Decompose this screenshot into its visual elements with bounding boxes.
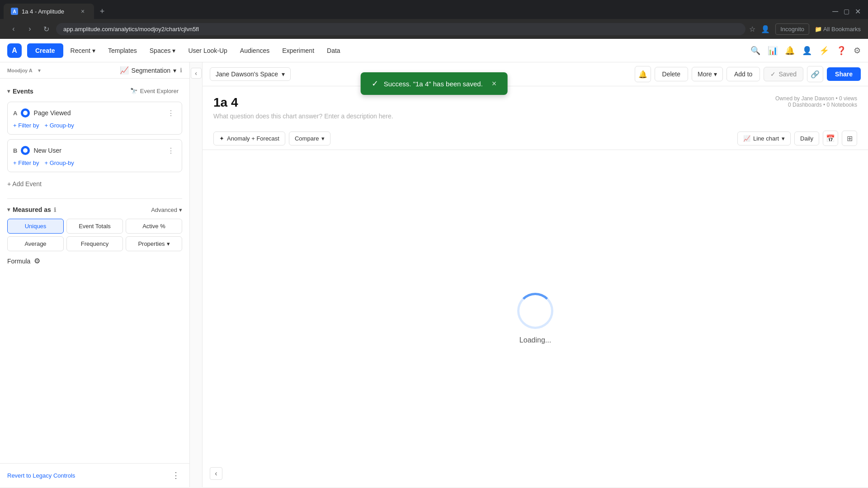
compare-arrow-icon: ▾ bbox=[321, 135, 325, 142]
collapse-sidebar-button[interactable]: ‹ bbox=[191, 68, 202, 79]
nav-icons: 🔍 📊 🔔 👤 ⚡ ❓ ⚙ bbox=[750, 46, 861, 56]
settings-nav-icon[interactable]: ⚙ bbox=[854, 46, 861, 56]
delete-button[interactable]: Delete bbox=[655, 67, 688, 81]
person-nav-icon[interactable]: 👤 bbox=[802, 46, 812, 56]
workspace-arrow[interactable]: ▾ bbox=[38, 67, 41, 74]
more-button[interactable]: More ▾ bbox=[692, 67, 723, 81]
add-to-button[interactable]: Add to bbox=[726, 67, 760, 81]
event-card-a: A Page Viewed ⋮ + Filter by + Group-by bbox=[7, 102, 182, 135]
segmentation-label[interactable]: 📈 Segmentation ▾ bbox=[120, 66, 176, 75]
compare-button[interactable]: Compare ▾ bbox=[289, 131, 330, 145]
close-window-button[interactable]: ✕ bbox=[855, 7, 861, 16]
filter-by-a[interactable]: + Filter by bbox=[13, 122, 39, 129]
average-button[interactable]: Average bbox=[7, 236, 64, 251]
event-explorer-icon: 🔭 bbox=[130, 88, 137, 94]
new-tab-button[interactable]: + bbox=[96, 5, 108, 18]
svg-point-1 bbox=[23, 148, 28, 153]
tab-favicon: A bbox=[11, 8, 18, 15]
active-percent-button[interactable]: Active % bbox=[126, 219, 182, 234]
chart-description[interactable]: What question does this chart answer? En… bbox=[213, 113, 393, 120]
nav-recent[interactable]: Recent ▾ bbox=[65, 43, 101, 58]
space-selector[interactable]: Jane Dawson's Space ▾ bbox=[210, 67, 291, 81]
events-section-title[interactable]: ▾ Events bbox=[7, 88, 33, 95]
bell-icon: 🔔 bbox=[638, 70, 647, 79]
address-bar[interactable] bbox=[56, 23, 745, 35]
event-menu-a[interactable]: ⋮ bbox=[165, 108, 176, 118]
nav-data[interactable]: Data bbox=[321, 43, 346, 58]
segmentation-icon: 📈 bbox=[120, 66, 129, 75]
toast-close-button[interactable]: × bbox=[492, 79, 497, 89]
uniques-button[interactable]: Uniques bbox=[7, 219, 64, 234]
tab-close-button[interactable]: × bbox=[79, 7, 87, 15]
chart-toolbar-left: ✦ Anomaly + Forecast Compare ▾ bbox=[213, 131, 330, 145]
nav-experiment[interactable]: Experiment bbox=[277, 43, 320, 58]
forward-button[interactable]: › bbox=[24, 23, 36, 35]
event-actions-b: + Filter by + Group-by bbox=[13, 160, 176, 166]
refresh-button[interactable]: ↻ bbox=[40, 23, 52, 35]
formula-row[interactable]: Formula ⚙ bbox=[7, 257, 182, 265]
nav-spaces[interactable]: Spaces ▾ bbox=[144, 43, 181, 58]
notification-nav-icon[interactable]: 🔔 bbox=[785, 46, 795, 56]
saved-button[interactable]: ✓ Saved bbox=[764, 67, 803, 81]
browser-chrome: A 1a 4 - Amplitude × + ─ ▢ ✕ ‹ › ↻ ☆ 👤 I… bbox=[0, 0, 868, 39]
event-card-b-header: B New User ⋮ bbox=[13, 145, 176, 156]
sidebar-more-menu[interactable]: ⋮ bbox=[170, 469, 182, 482]
expand-button[interactable]: ⊞ bbox=[842, 131, 857, 146]
link-icon: 🔗 bbox=[811, 70, 820, 79]
group-by-a[interactable]: + Group-by bbox=[44, 122, 74, 129]
alert-button[interactable]: 🔔 bbox=[635, 66, 651, 82]
chart-title[interactable]: 1a 4 bbox=[213, 95, 393, 110]
chart-type-button[interactable]: 📈 Line chart ▾ bbox=[737, 131, 791, 145]
maximize-button[interactable]: ▢ bbox=[844, 8, 849, 15]
measured-info-icon[interactable]: ℹ bbox=[54, 206, 56, 213]
revert-button[interactable]: Revert to Legacy Controls bbox=[7, 472, 75, 479]
bookmark-button[interactable]: ☆ bbox=[749, 25, 755, 33]
minimize-button[interactable]: ─ bbox=[832, 7, 838, 16]
event-card-a-header: A Page Viewed ⋮ bbox=[13, 108, 176, 118]
group-by-b[interactable]: + Group-by bbox=[44, 160, 74, 166]
event-card-b: B New User ⋮ + Filter by + Group-by bbox=[7, 139, 182, 172]
nav-audiences[interactable]: Audiences bbox=[235, 43, 275, 58]
create-button[interactable]: Create bbox=[27, 43, 63, 58]
event-totals-button[interactable]: Event Totals bbox=[66, 219, 123, 234]
analytics-nav-icon[interactable]: 📊 bbox=[768, 46, 778, 56]
frequency-button[interactable]: Frequency bbox=[66, 236, 123, 251]
main-layout: Moodjoy A ▾ 📈 Segmentation ▾ ℹ ▾ Events bbox=[0, 62, 868, 487]
event-name-b: New User bbox=[33, 147, 162, 154]
daily-button[interactable]: Daily bbox=[794, 131, 819, 145]
event-explorer-button[interactable]: 🔭 Event Explorer bbox=[127, 86, 182, 96]
collapse-bottom-button[interactable]: ‹ bbox=[210, 467, 222, 480]
nav-actions: ☆ 👤 Incognito 📁 All Bookmarks bbox=[749, 23, 861, 35]
more-arrow-icon: ▾ bbox=[714, 70, 717, 78]
calendar-button[interactable]: 📅 bbox=[823, 131, 838, 146]
active-tab[interactable]: A 1a 4 - Amplitude × bbox=[4, 4, 94, 19]
measured-title[interactable]: ▾ Measured as ℹ bbox=[7, 206, 56, 213]
filter-by-b[interactable]: + Filter by bbox=[13, 160, 39, 166]
segmentation-info-icon[interactable]: ℹ bbox=[180, 67, 182, 74]
branch-nav-icon[interactable]: ⚡ bbox=[819, 46, 829, 56]
profile-button[interactable]: 👤 bbox=[761, 25, 770, 33]
properties-button[interactable]: Properties ▾ bbox=[126, 236, 182, 251]
workspace-label: Moodjoy A bbox=[7, 68, 33, 73]
nav-templates[interactable]: Templates bbox=[103, 43, 142, 58]
nav-user-lookup[interactable]: User Look-Up bbox=[183, 43, 232, 58]
copy-link-button[interactable]: 🔗 bbox=[807, 66, 823, 82]
browser-tabs: A 1a 4 - Amplitude × + ─ ▢ ✕ bbox=[0, 0, 868, 19]
event-letter-a: A bbox=[13, 110, 17, 117]
amplitude-logo[interactable]: A bbox=[7, 43, 22, 58]
back-button[interactable]: ‹ bbox=[7, 23, 20, 35]
advanced-button[interactable]: Advanced ▾ bbox=[151, 206, 182, 213]
space-dropdown-icon: ▾ bbox=[282, 70, 285, 78]
event-menu-b[interactable]: ⋮ bbox=[165, 145, 176, 156]
add-event-button[interactable]: + Add Event bbox=[7, 177, 182, 191]
toast-check-icon: ✓ bbox=[372, 79, 378, 89]
line-chart-icon: 📈 bbox=[743, 135, 750, 142]
help-nav-icon[interactable]: ❓ bbox=[836, 46, 846, 56]
chart-type-arrow-icon: ▾ bbox=[782, 135, 785, 142]
anomaly-forecast-button[interactable]: ✦ Anomaly + Forecast bbox=[213, 131, 285, 145]
top-nav: A Create Recent ▾ Templates Spaces ▾ Use… bbox=[0, 39, 868, 62]
search-nav-icon[interactable]: 🔍 bbox=[750, 46, 760, 56]
share-button[interactable]: Share bbox=[827, 67, 861, 81]
chart-header: 1a 4 What question does this chart answe… bbox=[203, 86, 868, 127]
events-collapse-arrow: ▾ bbox=[7, 88, 10, 94]
